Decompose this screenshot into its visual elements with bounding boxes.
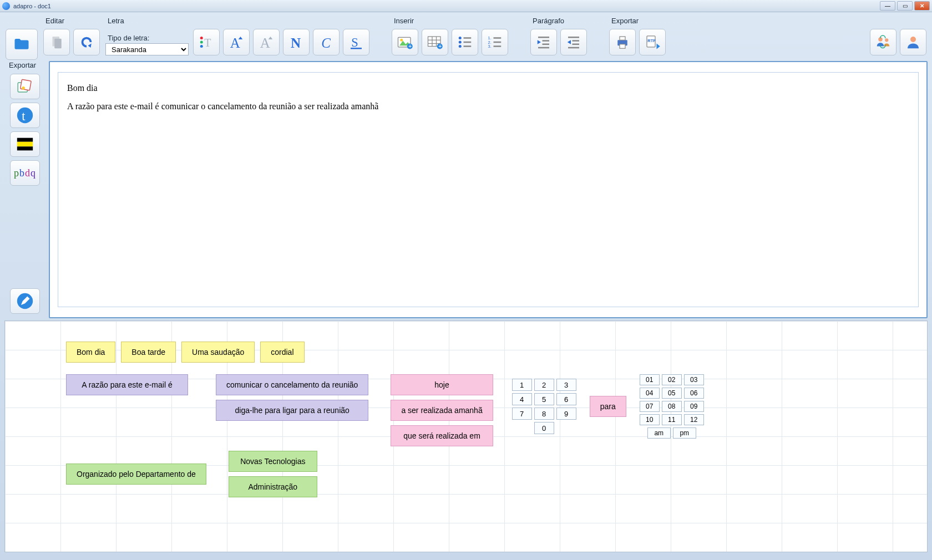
group-inserir-label: Inserir	[392, 17, 508, 27]
underline-button[interactable]: S	[343, 29, 369, 55]
timepad-key[interactable]: 01	[640, 374, 660, 385]
ampm-key[interactable]: pm	[673, 427, 696, 439]
suggestion-chip[interactable]: cordial	[260, 342, 304, 363]
svg-point-14	[400, 39, 403, 42]
numpad-key[interactable]: 2	[534, 379, 554, 391]
suggestion-chip[interactable]: diga-lhe para ligar para a reunião	[216, 400, 368, 421]
italic-button[interactable]: C	[313, 29, 340, 55]
numbered-list-icon: 1.2.3.	[487, 34, 503, 50]
ampm-key[interactable]: am	[647, 427, 671, 439]
export-rtf-button[interactable]: RTF	[639, 29, 666, 55]
timepad-key[interactable]: 08	[662, 401, 682, 412]
pbdq-button[interactable]: pbdq	[10, 160, 40, 186]
svg-point-25	[459, 41, 462, 44]
insert-table-button[interactable]: +	[422, 29, 448, 55]
svg-text:A: A	[230, 35, 240, 50]
undo-button[interactable]	[73, 29, 100, 55]
timepad-key[interactable]: 05	[662, 388, 682, 399]
editor-line: A razão para este e-mail é comunicar o c…	[67, 99, 909, 115]
insert-image-button[interactable]: +	[392, 29, 418, 55]
numpad-key[interactable]: 9	[556, 408, 576, 420]
svg-point-3	[200, 37, 203, 39]
image-plus-icon: +	[397, 34, 413, 50]
minimize-button[interactable]: —	[880, 1, 895, 11]
numpad-key[interactable]: 0	[534, 422, 554, 434]
suggestion-chip[interactable]: que será realizada em	[391, 425, 493, 446]
open-file-button[interactable]	[6, 29, 38, 60]
suggestion-chip[interactable]: a ser realizada amanhã	[391, 400, 493, 421]
suggestion-chip[interactable]: Bom dia	[66, 342, 115, 363]
italic-icon: C	[318, 34, 335, 50]
suggestion-chip[interactable]: Administração	[229, 476, 317, 497]
suggestion-chip[interactable]: comunicar o cancelamento da reunião	[216, 374, 368, 395]
time-pad: 01 02 03 04 05 06 07 08 09 10 11 12 am	[640, 374, 704, 439]
bold-icon: N	[288, 34, 305, 50]
contrast-bars-icon	[16, 135, 34, 154]
editor-frame: Bom dia A razão para este e-mail é comun…	[49, 61, 928, 318]
close-button[interactable]: ✕	[914, 1, 930, 11]
text-mode-button[interactable]: t	[10, 103, 40, 128]
bullet-list-button[interactable]	[452, 29, 478, 55]
pencil-circle-icon	[16, 292, 34, 310]
copy-button[interactable]	[43, 29, 70, 55]
numpad-key[interactable]: 1	[512, 379, 532, 391]
suggestion-chip[interactable]: Organizado pelo Departamento de	[66, 464, 206, 485]
svg-text:+: +	[408, 43, 412, 49]
text-circle-icon: t	[16, 106, 34, 125]
numpad-key[interactable]: 5	[534, 393, 554, 405]
numpad-key[interactable]: 4	[512, 393, 532, 405]
contrast-button[interactable]	[10, 131, 40, 157]
indent-right-button[interactable]	[530, 29, 557, 55]
export-pictogram-button[interactable]	[10, 74, 40, 99]
group-letra-label: Letra	[105, 17, 369, 27]
svg-rect-53	[21, 79, 32, 90]
timepad-key[interactable]: 10	[640, 414, 660, 425]
numpad-key[interactable]: 3	[556, 379, 576, 391]
suggestion-chip[interactable]: Novas Tecnologias	[229, 451, 317, 472]
timepad-key[interactable]: 03	[684, 374, 704, 385]
timepad-key[interactable]: 04	[640, 388, 660, 399]
indent-right-icon	[535, 34, 552, 50]
suggestion-chip[interactable]: Uma saudação	[181, 342, 255, 363]
svg-rect-58	[17, 142, 33, 147]
timepad-key[interactable]: 11	[662, 414, 682, 425]
font-size-up-button[interactable]: A	[223, 29, 250, 55]
rtf-icon: RTF	[644, 34, 661, 50]
maximize-button[interactable]: ▭	[897, 1, 913, 11]
draw-button[interactable]	[10, 288, 40, 314]
font-type-label: Tipo de letra:	[105, 34, 189, 42]
font-color-button[interactable]: T	[193, 29, 220, 55]
user-profile-button[interactable]	[900, 29, 926, 55]
group-editar-label: Editar	[43, 17, 100, 27]
editor-textarea[interactable]: Bom dia A razão para este e-mail é comun…	[58, 72, 919, 307]
numpad-key[interactable]: 8	[534, 408, 554, 420]
svg-text:T: T	[204, 37, 211, 49]
sidebar: Exportar t pbdq	[4, 61, 45, 318]
timepad-key[interactable]: 09	[684, 401, 704, 412]
suggestion-chip[interactable]: Boa tarde	[121, 342, 176, 363]
timepad-key[interactable]: 06	[684, 388, 704, 399]
svg-point-50	[885, 38, 888, 42]
font-select[interactable]: Sarakanda	[105, 43, 189, 55]
svg-text:S: S	[351, 35, 358, 49]
numpad-key[interactable]: 7	[512, 408, 532, 420]
suggestion-chip[interactable]: A razão para este e-mail é	[66, 374, 188, 395]
numpad-key[interactable]: 6	[556, 393, 576, 405]
print-button[interactable]	[609, 29, 636, 55]
bold-button[interactable]: N	[283, 29, 310, 55]
font-color-icon: T	[198, 34, 215, 50]
ribbon: Editar Letra Tipo de letra: Sarakanda T	[0, 12, 932, 60]
font-size-down-button[interactable]: A	[253, 29, 280, 55]
user-icon	[905, 34, 921, 50]
suggestion-chip[interactable]: para	[590, 396, 626, 417]
numbered-list-button[interactable]: 1.2.3.	[482, 29, 508, 55]
indent-left-button[interactable]	[560, 29, 587, 55]
timepad-key[interactable]: 02	[662, 374, 682, 385]
number-pad: 1 2 3 4 5 6 7 8 9 0	[512, 379, 576, 434]
printer-icon	[614, 34, 631, 50]
indent-left-icon	[565, 34, 582, 50]
timepad-key[interactable]: 07	[640, 401, 660, 412]
timepad-key[interactable]: 12	[684, 414, 704, 425]
switch-user-button[interactable]	[870, 29, 896, 55]
suggestion-chip[interactable]: hoje	[391, 374, 493, 395]
